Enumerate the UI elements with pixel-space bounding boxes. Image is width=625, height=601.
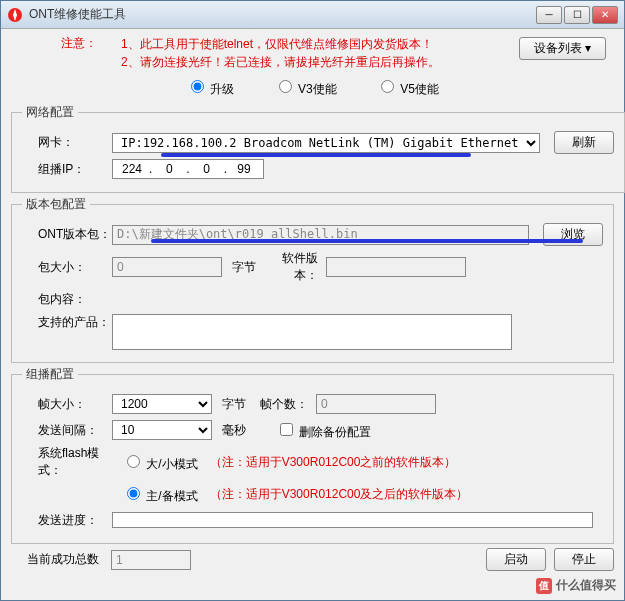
refresh-button[interactable]: 刷新 [554, 131, 614, 154]
software-version-value [326, 257, 466, 277]
annotation-underline [151, 239, 583, 243]
flash-small-note: （注：适用于V300R012C00之前的软件版本） [210, 454, 457, 471]
window-title: ONT维修使能工具 [29, 6, 536, 23]
minimize-button[interactable]: ─ [536, 6, 562, 24]
send-progress-bar [112, 512, 593, 528]
multicast-ip-input[interactable]: . . . [112, 159, 264, 179]
notice-label: 注意： [61, 35, 121, 52]
size-unit: 字节 [222, 259, 266, 276]
mode-v3-radio[interactable]: V3使能 [274, 82, 337, 96]
flash-mode-label: 系统flash模式： [22, 445, 122, 479]
frame-size-select[interactable]: 1200 [112, 394, 212, 414]
watermark: 值 什么值得买 [536, 577, 616, 594]
package-legend: 版本包配置 [22, 196, 90, 213]
annotation-underline [161, 153, 471, 157]
frame-size-unit: 字节 [212, 396, 256, 413]
close-button[interactable]: ✕ [592, 6, 618, 24]
send-progress-label: 发送进度： [22, 512, 112, 529]
package-group: 版本包配置 ONT版本包： 浏览 包大小： 字节 软件版本： 包内容： 支持的产… [11, 196, 614, 363]
multicast-legend: 组播配置 [22, 366, 78, 383]
mode-v5-radio[interactable]: V5使能 [376, 82, 439, 96]
notice-text: 1、此工具用于使能telnet，仅限代维点维修国内发货版本！ 2、请勿连接光纤！… [121, 35, 440, 71]
multicast-group: 组播配置 帧大小： 1200 字节 帧个数： 发送间隔： 10 毫秒 删除备份配… [11, 366, 614, 544]
start-button[interactable]: 启动 [486, 548, 546, 571]
interval-unit: 毫秒 [212, 422, 256, 439]
package-size-value [112, 257, 222, 277]
network-legend: 网络配置 [22, 104, 78, 121]
mode-radios: 升级 V3使能 V5使能 [11, 77, 614, 98]
nic-select[interactable]: IP:192.168.100.2 Broadcom NetLink (TM) G… [112, 133, 540, 153]
flash-main-radio[interactable]: 主/备模式 [122, 484, 198, 505]
package-path-label: ONT版本包： [22, 226, 112, 243]
huawei-logo-icon [7, 7, 23, 23]
frame-count-label: 帧个数： [256, 396, 316, 413]
supported-products-text [112, 314, 512, 350]
software-version-label: 软件版本： [266, 250, 326, 284]
mode-upgrade-radio[interactable]: 升级 [186, 82, 234, 96]
package-size-label: 包大小： [22, 259, 112, 276]
send-interval-label: 发送间隔： [22, 422, 112, 439]
multicast-ip-label: 组播IP： [22, 161, 112, 178]
flash-main-note: （注：适用于V300R012C00及之后的软件版本） [210, 486, 469, 503]
stop-button[interactable]: 停止 [554, 548, 614, 571]
device-list-button[interactable]: 设备列表 ▾ [519, 37, 606, 60]
success-count-label: 当前成功总数 [11, 551, 111, 568]
supported-products-label: 支持的产品： [22, 314, 112, 331]
nic-label: 网卡： [22, 134, 112, 151]
frame-size-label: 帧大小： [22, 396, 112, 413]
delete-backup-checkbox[interactable]: 删除备份配置 [276, 420, 371, 441]
frame-count-value [316, 394, 436, 414]
package-content-label: 包内容： [22, 291, 112, 308]
titlebar: ONT维修使能工具 ─ ☐ ✕ [1, 1, 624, 29]
maximize-button[interactable]: ☐ [564, 6, 590, 24]
watermark-icon: 值 [536, 578, 552, 594]
success-count-value [111, 550, 191, 570]
flash-small-radio[interactable]: 大/小模式 [122, 452, 198, 473]
network-group: 网络配置 网卡： IP:192.168.100.2 Broadcom NetLi… [11, 104, 625, 193]
send-interval-select[interactable]: 10 [112, 420, 212, 440]
